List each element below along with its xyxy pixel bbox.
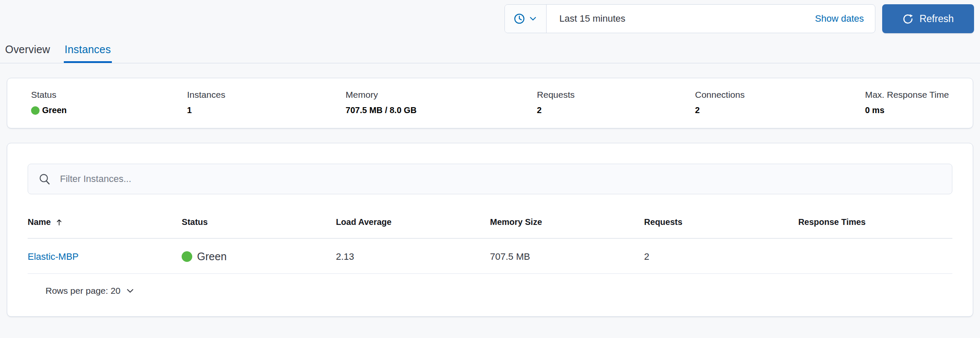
stat-requests: Requests 2	[537, 90, 575, 115]
stat-max-response-time: Max. Response Time 0 ms	[865, 90, 949, 115]
instances-panel: Name Status Load Average Memory Size Req…	[7, 143, 973, 317]
quick-select-button[interactable]	[505, 5, 547, 33]
sort-ascending-arrow-icon	[55, 218, 63, 227]
chevron-down-icon	[529, 14, 537, 23]
stat-value: 1	[187, 105, 225, 115]
stat-label: Status	[31, 90, 67, 100]
stat-label: Memory	[346, 90, 417, 100]
clock-icon	[514, 13, 525, 24]
column-header-label: Name	[28, 217, 51, 227]
summary-status-bar: Status Green Instances 1 Memory 707.5 MB…	[7, 78, 973, 128]
stat-value: 2	[537, 105, 575, 115]
rows-per-page-control[interactable]: Rows per page: 20	[28, 286, 952, 296]
kibana-monitoring-instances-page: Last 15 minutes Show dates Refresh Overv…	[0, 0, 980, 338]
stat-value: 0 ms	[865, 105, 949, 115]
stat-memory: Memory 707.5 MB / 8.0 GB	[346, 90, 417, 115]
refresh-button[interactable]: Refresh	[882, 4, 974, 33]
filter-instances-search[interactable]	[28, 164, 952, 194]
load-average-value: 2.13	[336, 251, 490, 262]
stat-value: 2	[695, 105, 745, 115]
requests-value: 2	[644, 251, 798, 262]
column-header-status[interactable]: Status	[182, 217, 336, 227]
table-header-row: Name Status Load Average Memory Size Req…	[28, 214, 952, 239]
tab-overview[interactable]: Overview	[4, 37, 51, 63]
table-row: Elastic-MBP Green 2.13 707.5 MB 2	[28, 239, 952, 274]
instance-status-cell: Green	[182, 250, 336, 263]
instance-name-link[interactable]: Elastic-MBP	[28, 251, 79, 262]
column-header-load-average[interactable]: Load Average	[336, 217, 490, 227]
stat-value: Green	[42, 105, 67, 115]
stat-label: Max. Response Time	[865, 90, 949, 100]
memory-size-value: 707.5 MB	[490, 251, 644, 262]
stat-label: Instances	[187, 90, 225, 100]
health-status-dot	[31, 106, 40, 115]
refresh-button-label: Refresh	[920, 13, 954, 25]
tab-instances[interactable]: Instances	[64, 37, 112, 63]
health-status-dot	[182, 251, 192, 262]
selected-time-range[interactable]: Last 15 minutes	[547, 13, 815, 24]
column-header-name[interactable]: Name	[28, 217, 182, 227]
column-header-requests[interactable]: Requests	[644, 217, 798, 227]
show-dates-link[interactable]: Show dates	[815, 13, 875, 24]
time-controls-bar: Last 15 minutes Show dates Refresh	[0, 0, 980, 37]
instance-status-text: Green	[197, 250, 226, 263]
tabs-bar: Overview Instances	[0, 37, 980, 63]
stat-connections: Connections 2	[695, 90, 745, 115]
filter-instances-input[interactable]	[60, 173, 941, 185]
super-date-picker: Last 15 minutes Show dates	[504, 4, 875, 33]
stat-value: 707.5 MB / 8.0 GB	[346, 105, 417, 115]
column-header-memory-size[interactable]: Memory Size	[490, 217, 644, 227]
stat-label: Requests	[537, 90, 575, 100]
rows-per-page-label: Rows per page: 20	[46, 286, 120, 296]
column-header-response-times[interactable]: Response Times	[798, 217, 952, 227]
chevron-down-icon	[125, 286, 135, 295]
search-icon	[39, 173, 51, 185]
stat-instances: Instances 1	[187, 90, 225, 115]
stat-label: Connections	[695, 90, 745, 100]
refresh-icon	[903, 14, 913, 24]
stat-status: Status Green	[31, 90, 67, 115]
